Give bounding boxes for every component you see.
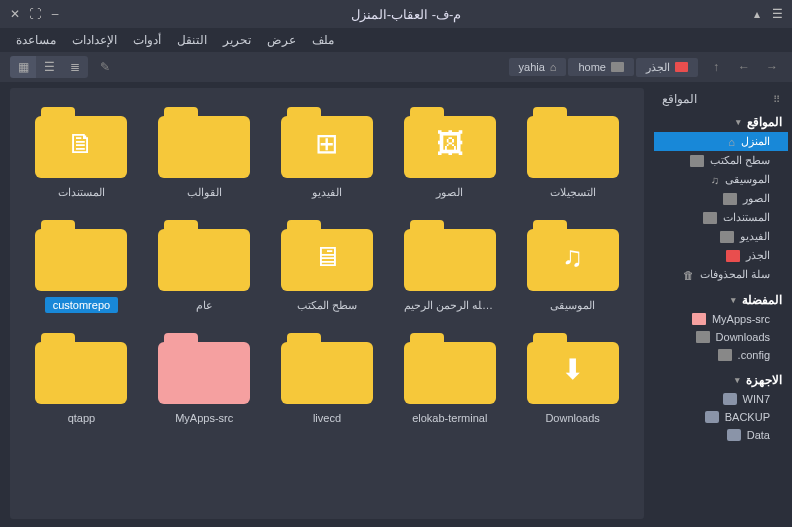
view-detail-icon[interactable]: ≣	[62, 56, 88, 78]
folder-item[interactable]: 🖼الصور	[392, 106, 507, 201]
view-grid-icon[interactable]: ▦	[10, 56, 36, 78]
sidebar-section-header[interactable]: المفضلة▾	[654, 290, 788, 310]
sidebar-item[interactable]: BACKUP	[654, 408, 788, 426]
content-area: 🗎المستنداتالقوالب⊞الفيديو🖼الصورالتسجيلات…	[10, 88, 644, 519]
sidebar-top-label: المواقع	[662, 92, 697, 106]
folder-item[interactable]: livecd	[270, 332, 385, 426]
edit-icon[interactable]: ✎	[100, 60, 110, 74]
menu-tools[interactable]: أدوات	[133, 33, 161, 47]
close-button[interactable]: ✕	[8, 7, 22, 21]
sidebar-item[interactable]: الجذر	[654, 246, 788, 265]
sidebar-item[interactable]: الفيديو	[654, 227, 788, 246]
menubar: ملف عرض تحرير التنقل أدوات الإعدادات مسا…	[0, 28, 792, 52]
crumb-home[interactable]: home	[568, 58, 634, 76]
crumb-root[interactable]: الجذر	[636, 58, 698, 77]
menu-settings[interactable]: الإعدادات	[72, 33, 117, 47]
sidebar-item[interactable]: المنزل⌂	[654, 132, 788, 151]
breadcrumb: الجذر home ⌂yahia	[509, 58, 698, 77]
folder-item[interactable]: MyApps-src	[147, 332, 262, 426]
folder-item[interactable]: التسجيلات	[515, 106, 630, 201]
sidebar-item[interactable]: سطح المكتب	[654, 151, 788, 170]
folder-item[interactable]: qtapp	[24, 332, 139, 426]
menu-help[interactable]: مساعدة	[16, 33, 56, 47]
folder-item[interactable]: elokab-terminal	[392, 332, 507, 426]
sidebar-item[interactable]: WIN7	[654, 390, 788, 408]
sidebar: ⠿ المواقع المواقع▾المنزل⌂سطح المكتبالموس…	[650, 82, 792, 527]
sidebar-item[interactable]: Data	[654, 426, 788, 444]
folder-item[interactable]: ⊞الفيديو	[270, 106, 385, 201]
folder-item[interactable]: ⬇Downloads	[515, 332, 630, 426]
sidebar-grip-icon[interactable]: ⠿	[773, 94, 780, 105]
toolbar: → ← ↑ الجذر home ⌂yahia ✎ ▦ ☰ ≣	[0, 52, 792, 82]
folder-item[interactable]: عام	[147, 219, 262, 314]
titlebar: ☰ ▴ م-ف- العقاب-المنزل – ⛶ ✕	[0, 0, 792, 28]
sidebar-item[interactable]: MyApps-src	[654, 310, 788, 328]
crumb-user[interactable]: ⌂yahia	[509, 58, 567, 76]
folder-item[interactable]: 🖥سطح المكتب	[270, 219, 385, 314]
sidebar-item[interactable]: المستندات	[654, 208, 788, 227]
folder-item[interactable]: customrepo	[24, 219, 139, 314]
sidebar-section-header[interactable]: المواقع▾	[654, 112, 788, 132]
folder-item[interactable]: 🗎المستندات	[24, 106, 139, 201]
sidebar-item[interactable]: سلة المحذوفات🗑	[654, 265, 788, 284]
view-list-icon[interactable]: ☰	[36, 56, 62, 78]
sidebar-item[interactable]: الصور	[654, 189, 788, 208]
sidebar-item[interactable]: config.	[654, 346, 788, 364]
folder-item[interactable]: ♫الموسيقى	[515, 219, 630, 314]
menu-nav[interactable]: التنقل	[177, 33, 207, 47]
menu-view[interactable]: عرض	[267, 33, 296, 47]
sidebar-section-header[interactable]: الاجهزة▾	[654, 370, 788, 390]
view-toggle: ▦ ☰ ≣	[10, 56, 88, 78]
menu-file[interactable]: ملف	[312, 33, 334, 47]
menu-edit[interactable]: تحرير	[223, 33, 251, 47]
sidebar-item[interactable]: الموسيقى♫	[654, 170, 788, 189]
menu-icon[interactable]: ☰	[770, 7, 784, 21]
maximize-button[interactable]: ⛶	[28, 7, 42, 21]
nav-back-icon[interactable]: →	[762, 57, 782, 77]
nav-up-icon[interactable]: ↑	[706, 57, 726, 77]
minimize-button[interactable]: –	[48, 7, 62, 21]
up-icon[interactable]: ▴	[750, 7, 764, 21]
folder-item[interactable]: القوالب	[147, 106, 262, 201]
nav-forward-icon[interactable]: ←	[734, 57, 754, 77]
window-title: م-ف- العقاب-المنزل	[62, 7, 750, 22]
sidebar-item[interactable]: Downloads	[654, 328, 788, 346]
folder-item[interactable]: بسم الله الرحمن الرحيم	[392, 219, 507, 314]
